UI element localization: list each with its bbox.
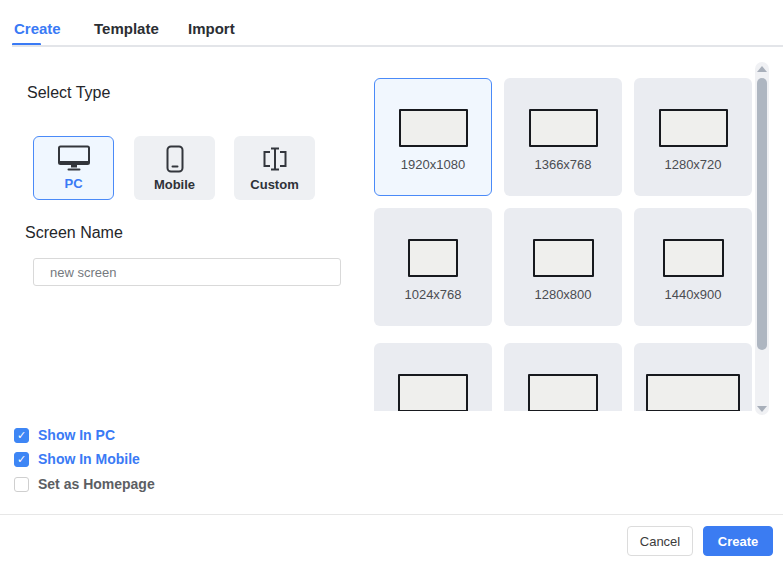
screen-name-label: Screen Name <box>25 224 123 242</box>
type-card-label: Mobile <box>154 177 195 192</box>
resolution-card-1280x720[interactable]: 1280x720 <box>634 78 752 196</box>
resolution-label: 1280x800 <box>534 287 591 302</box>
resolution-card-1024x768[interactable]: 1024x768 <box>374 208 492 326</box>
aspect-preview <box>663 239 724 277</box>
aspect-preview <box>398 374 468 411</box>
resolution-label: 1440x900 <box>664 287 721 302</box>
resolution-label: 1024x768 <box>404 287 461 302</box>
resolution-card-1280x800[interactable]: 1280x800 <box>504 208 622 326</box>
checkbox-label: Show In Mobile <box>38 451 140 467</box>
scrollbar-up-arrow-icon[interactable] <box>757 66 767 72</box>
type-card-pc[interactable]: PC <box>33 136 114 200</box>
mobile-icon <box>166 145 184 173</box>
scrollbar-down-arrow-icon[interactable] <box>757 406 767 412</box>
create-button[interactable]: Create <box>703 526 773 556</box>
checkbox-show-in-mobile[interactable]: ✓ Show In Mobile <box>14 451 140 467</box>
aspect-preview <box>529 109 598 147</box>
aspect-preview <box>646 374 740 411</box>
checkbox-set-as-homepage[interactable]: Set as Homepage <box>14 476 155 492</box>
scrollbar-thumb[interactable] <box>757 78 767 350</box>
type-card-label: PC <box>64 176 82 191</box>
aspect-preview <box>533 239 594 277</box>
tab-template[interactable]: Template <box>94 20 159 37</box>
checkbox-show-in-pc[interactable]: ✓ Show In PC <box>14 427 115 443</box>
resolution-label: 1280x720 <box>664 157 721 172</box>
checkbox-checked-icon: ✓ <box>14 452 29 467</box>
resolution-card-1920x1080[interactable]: 1920x1080 <box>374 78 492 196</box>
resolution-card-1440x900[interactable]: 1440x900 <box>634 208 752 326</box>
resolution-card-partial[interactable] <box>504 343 622 411</box>
select-type-label: Select Type <box>27 84 110 102</box>
resolution-card-1366x768[interactable]: 1366x768 <box>504 78 622 196</box>
checkbox-checked-icon: ✓ <box>14 428 29 443</box>
custom-size-icon <box>261 145 289 173</box>
resolution-grid: 1920x1080 1366x768 1280x720 1024x768 128… <box>373 70 753 411</box>
checkbox-label: Show In PC <box>38 427 115 443</box>
type-card-label: Custom <box>250 177 298 192</box>
cancel-button[interactable]: Cancel <box>627 526 693 556</box>
aspect-preview <box>659 109 728 147</box>
resolution-card-partial[interactable] <box>374 343 492 411</box>
resolution-label: 1366x768 <box>534 157 591 172</box>
tab-import[interactable]: Import <box>188 20 235 37</box>
screen-name-input[interactable] <box>33 258 341 286</box>
tab-divider <box>12 45 783 47</box>
checkbox-unchecked-icon <box>14 477 29 492</box>
checkbox-label: Set as Homepage <box>38 476 155 492</box>
footer-divider <box>0 514 783 515</box>
monitor-icon <box>57 145 91 172</box>
resolution-card-partial[interactable] <box>634 343 752 411</box>
aspect-preview <box>528 374 598 411</box>
aspect-preview <box>408 239 458 277</box>
type-card-mobile[interactable]: Mobile <box>134 136 215 200</box>
resolution-label: 1920x1080 <box>401 157 465 172</box>
aspect-preview <box>399 109 468 147</box>
type-card-custom[interactable]: Custom <box>234 136 315 200</box>
tab-create[interactable]: Create <box>14 20 61 37</box>
